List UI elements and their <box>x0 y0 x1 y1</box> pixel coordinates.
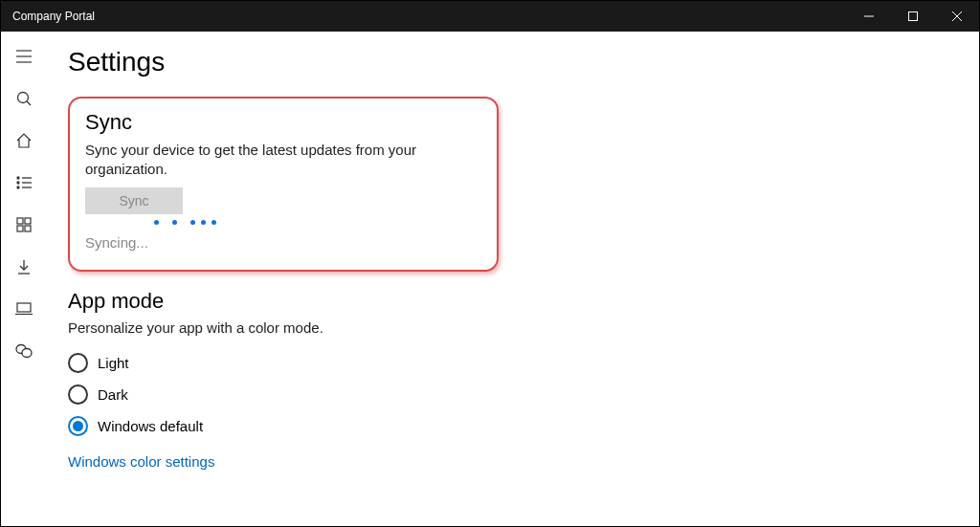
svg-rect-16 <box>25 218 31 224</box>
radio-label: Light <box>98 355 129 371</box>
titlebar: Company Portal <box>1 1 979 32</box>
content-area: Settings Sync Sync your device to get th… <box>47 32 979 526</box>
radio-icon <box>68 384 88 405</box>
sync-description: Sync your device to get the latest updat… <box>85 141 481 180</box>
nav-rail <box>1 32 47 526</box>
radio-label: Dark <box>98 386 128 403</box>
windows-color-settings-link[interactable]: Windows color settings <box>68 453 214 470</box>
radio-icon <box>68 416 88 436</box>
app-mode-heading: App mode <box>68 289 979 314</box>
maximize-button[interactable] <box>891 1 935 32</box>
close-button[interactable] <box>935 1 979 32</box>
svg-rect-15 <box>17 218 23 224</box>
download-icon[interactable] <box>5 248 43 286</box>
svg-point-13 <box>17 187 19 188</box>
support-icon[interactable] <box>5 332 43 370</box>
svg-rect-21 <box>17 303 31 312</box>
svg-point-11 <box>17 182 19 184</box>
sync-section: Sync Sync your device to get the latest … <box>68 97 499 272</box>
svg-point-24 <box>22 349 32 358</box>
minimize-button[interactable] <box>847 1 891 32</box>
list-icon[interactable] <box>5 164 43 202</box>
svg-point-7 <box>18 93 29 103</box>
window-title: Company Portal <box>12 10 95 23</box>
home-icon[interactable] <box>5 121 43 160</box>
radio-light[interactable]: Light <box>68 353 979 373</box>
svg-rect-17 <box>17 226 23 231</box>
sync-status: Syncing... <box>85 234 481 251</box>
radio-icon <box>68 353 88 373</box>
radio-windows-default[interactable]: Windows default <box>68 416 979 436</box>
progress-dots <box>154 220 481 225</box>
sync-button[interactable]: Sync <box>85 187 183 214</box>
radio-label: Windows default <box>98 418 203 434</box>
svg-rect-1 <box>909 12 918 21</box>
svg-rect-18 <box>25 226 31 231</box>
apps-icon[interactable] <box>5 206 43 244</box>
device-icon[interactable] <box>5 290 43 328</box>
search-icon[interactable] <box>5 79 43 118</box>
app-mode-description: Personalize your app with a color mode. <box>68 319 979 336</box>
svg-line-8 <box>27 101 31 105</box>
sync-heading: Sync <box>85 110 481 135</box>
page-title: Settings <box>68 47 979 77</box>
svg-point-9 <box>17 177 19 179</box>
hamburger-icon[interactable] <box>5 37 43 76</box>
app-mode-section: App mode Personalize your app with a col… <box>68 289 979 471</box>
radio-dark[interactable]: Dark <box>68 384 979 405</box>
